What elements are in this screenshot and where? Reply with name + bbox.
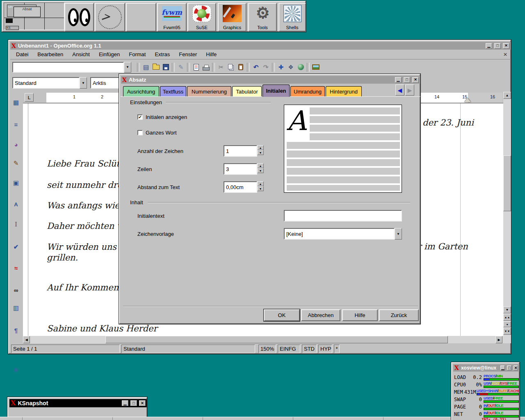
status-page-field[interactable]: Seite 1 / 1: [11, 345, 120, 353]
suse-button[interactable]: SuSE: [187, 3, 216, 32]
menu-bearbeiten[interactable]: Bearbeiten: [36, 50, 65, 58]
tab-scroll-right-button[interactable]: ▶: [405, 84, 414, 96]
tab-initialen[interactable]: Initialen: [262, 84, 290, 97]
spellcheck-icon[interactable]: ✔: [11, 242, 21, 252]
menu-datei[interactable]: Datei: [14, 50, 30, 58]
previous-page-button[interactable]: ▲▲: [503, 314, 511, 321]
url-combo[interactable]: ▼: [12, 62, 131, 73]
spin-down-button[interactable]: ▼: [257, 150, 264, 155]
open-document-icon[interactable]: [151, 62, 161, 72]
lines-input[interactable]: 3: [224, 163, 257, 175]
insert-fields-icon[interactable]: ≡: [11, 119, 21, 129]
scroll-up-button[interactable]: ▲: [503, 92, 511, 99]
dropdown-arrow-icon[interactable]: ▼: [80, 77, 87, 89]
char-style-value[interactable]: [Keine]: [284, 228, 395, 240]
style-combo[interactable]: Standard ▼: [12, 77, 87, 89]
ok-button[interactable]: OK: [264, 309, 300, 321]
dropdown-arrow-icon[interactable]: ▼: [395, 228, 402, 240]
whole-word-checkbox[interactable]: Ganzes Wort: [137, 130, 177, 136]
direct-cursor-icon[interactable]: I: [11, 219, 21, 229]
distance-spinfield[interactable]: 0,00cm ▲▼: [224, 181, 264, 193]
char-style-combo[interactable]: [Keine] ▼: [284, 228, 402, 240]
minimize-button[interactable]: ▁: [395, 77, 402, 83]
nonprinting-characters-icon[interactable]: ¶: [11, 325, 21, 335]
maximize-button[interactable]: □: [507, 365, 511, 370]
horizontal-scrollbar[interactable]: ◀ ▶: [23, 336, 511, 343]
num-chars-input[interactable]: 1: [224, 145, 257, 157]
minimize-button[interactable]: ▁: [500, 365, 505, 370]
hyperlink-globe-icon[interactable]: [296, 62, 306, 72]
save-document-icon[interactable]: [161, 62, 171, 72]
desktop-pager[interactable]: Un Absat KS: [4, 2, 64, 30]
menu-format[interactable]: Format: [127, 50, 147, 58]
cut-icon[interactable]: ✂: [216, 62, 226, 72]
redo-icon[interactable]: ↷: [261, 62, 271, 72]
writer-titlebar[interactable]: X Unbenannt1 - OpenOffice.org 1.1 ▁ □ ✕: [10, 42, 511, 50]
dialog-titlebar[interactable]: X Absatz ▁ □ ✕: [121, 76, 420, 84]
checkbox-checked-icon[interactable]: ✔: [137, 114, 143, 120]
online-layout-icon[interactable]: ◉: [11, 365, 21, 374]
find-replace-icon[interactable]: ∞: [11, 285, 21, 295]
scrollbar-thumb[interactable]: [503, 155, 511, 211]
insert-table-icon[interactable]: ▦: [11, 98, 21, 107]
menu-fenster[interactable]: Fenster: [177, 50, 199, 58]
data-sources-icon[interactable]: ▥: [11, 303, 21, 313]
close-button[interactable]: ✕: [412, 77, 419, 83]
num-chars-spinfield[interactable]: 1 ▲▼: [224, 145, 264, 157]
new-document-icon[interactable]: ▤: [141, 62, 151, 72]
menu-extras[interactable]: Extras: [153, 50, 171, 58]
insert-objects-icon[interactable]: ◕: [11, 139, 21, 149]
style-combo-value[interactable]: Standard: [12, 77, 80, 89]
zurueck-button[interactable]: Zurück: [379, 309, 419, 321]
next-page-button[interactable]: ▼▼: [503, 328, 511, 335]
scroll-left-button[interactable]: ◀: [23, 336, 30, 343]
minimize-button[interactable]: ▁: [486, 43, 492, 49]
form-functions-icon[interactable]: ▣: [11, 178, 21, 188]
maximize-button[interactable]: □: [130, 400, 137, 406]
spin-up-button[interactable]: ▲: [257, 163, 264, 168]
close-button[interactable]: ✕: [503, 43, 509, 49]
maximize-button[interactable]: □: [404, 77, 410, 83]
spin-down-button[interactable]: ▼: [257, 186, 264, 191]
menu-hilfe[interactable]: Hilfe: [204, 50, 218, 58]
tab-type-selector[interactable]: L: [25, 93, 34, 102]
tab-nummerierung[interactable]: Nummerierung: [187, 86, 231, 97]
ksnapshot-titlebar[interactable]: X KSnapshot ▁ □ ✕: [9, 399, 147, 407]
tab-tabulator[interactable]: Tabulator: [232, 86, 262, 97]
auto-spellcheck-icon[interactable]: ≈: [11, 263, 21, 273]
stylist-icon[interactable]: ❖: [286, 62, 296, 72]
status-zoom-field[interactable]: 150%: [258, 345, 276, 353]
menu-einfuegen[interactable]: Einfügen: [97, 50, 121, 58]
tab-textfluss[interactable]: Textfluss: [160, 86, 186, 97]
xosview-titlebar[interactable]: X xosview@linux ▁ □ ✕: [453, 364, 519, 372]
clock-button[interactable]: [95, 3, 125, 32]
status-modified-field[interactable]: *: [334, 345, 340, 353]
close-button[interactable]: ✕: [139, 400, 146, 406]
lines-spinfield[interactable]: 3 ▲▼: [224, 163, 264, 175]
undo-icon[interactable]: ↶: [251, 62, 261, 72]
url-input[interactable]: [12, 62, 124, 73]
checkbox-unchecked-icon[interactable]: [137, 130, 143, 135]
distance-input[interactable]: 0,00cm: [224, 181, 257, 193]
dropcap-text-input[interactable]: [284, 210, 402, 221]
spin-up-button[interactable]: ▲: [257, 145, 264, 150]
tab-umrandung[interactable]: Umrandung: [290, 86, 325, 97]
dropdown-arrow-icon[interactable]: ▼: [124, 62, 131, 73]
navigator-icon[interactable]: ✚: [276, 62, 286, 72]
xeyes-button[interactable]: [64, 3, 94, 32]
close-button[interactable]: ✕: [514, 365, 518, 370]
gallery-icon[interactable]: [311, 62, 321, 72]
right-indent-marker[interactable]: [464, 98, 471, 102]
fvwm95-button[interactable]: fvwm Fvwm95: [157, 3, 187, 32]
hilfe-button[interactable]: Hilfe: [342, 309, 378, 321]
autotext-icon[interactable]: A: [11, 199, 21, 209]
paste-icon[interactable]: [236, 62, 246, 72]
draw-functions-icon[interactable]: ✎: [11, 158, 21, 168]
status-hyperlink-mode-field[interactable]: HYP: [318, 345, 332, 353]
scroll-down-button[interactable]: ▼: [503, 306, 511, 313]
tab-scroll-left-button[interactable]: ◀: [395, 84, 404, 96]
tab-hintergrund[interactable]: Hintergrund: [326, 86, 362, 97]
graphics-button[interactable]: Graphics: [218, 3, 247, 32]
spin-up-button[interactable]: ▲: [257, 181, 264, 186]
shells-button[interactable]: Shells: [278, 3, 306, 32]
